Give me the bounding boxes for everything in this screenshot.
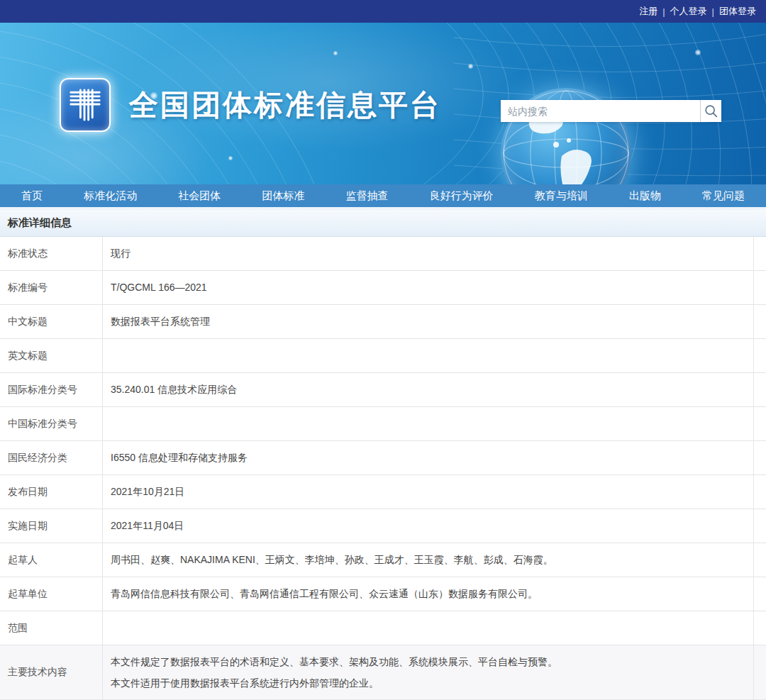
table-row: 标准状态 现行 bbox=[0, 237, 766, 271]
row-label: 标准编号 bbox=[0, 271, 103, 304]
row-value bbox=[103, 339, 766, 372]
personal-login-link[interactable]: 个人登录 bbox=[670, 5, 707, 18]
table-row: 实施日期 2021年11月04日 bbox=[0, 509, 766, 543]
row-value: 数据报表平台系统管理 bbox=[103, 305, 766, 338]
row-value: 35.240.01 信息技术应用综合 bbox=[103, 373, 766, 406]
sparkle bbox=[695, 50, 701, 55]
table-row: 发布日期 2021年10月21日 bbox=[0, 475, 766, 509]
row-value: 现行 bbox=[103, 237, 766, 270]
row-label: 中国标准分类号 bbox=[0, 407, 103, 440]
row-value: 周书田、赵爽、NAKAJIMA KENI、王炳文、李培坤、孙政、王成才、王玉霞、… bbox=[103, 543, 766, 577]
nav-item-8[interactable]: 常见问题 bbox=[702, 189, 745, 203]
search-button[interactable] bbox=[700, 100, 721, 122]
sparkle bbox=[333, 51, 338, 55]
row-label: 英文标题 bbox=[0, 339, 103, 372]
row-label: 标准状态 bbox=[0, 237, 103, 270]
row-label: 发布日期 bbox=[0, 475, 103, 509]
detail-table: 标准状态 现行 标准编号 T/QGCML 166—2021 中文标题 数据报表平… bbox=[0, 237, 766, 700]
nav-item-6[interactable]: 教育与培训 bbox=[535, 189, 588, 203]
site-title: 全国团体标准信息平台 bbox=[129, 86, 441, 125]
row-value: 青岛网信信息科技有限公司、青岛网信通信工程有限公司、众云速通（山东）数据服务有限… bbox=[103, 577, 766, 611]
row-value: 本文件规定了数据报表平台的术语和定义、基本要求、架构及功能、系统模块展示、平台自… bbox=[103, 645, 766, 699]
row-value: I6550 信息处理和存储支持服务 bbox=[103, 441, 766, 474]
topbar-separator: | bbox=[662, 6, 665, 17]
row-label: 中文标题 bbox=[0, 305, 103, 338]
table-row: 起草人 周书田、赵爽、NAKAJIMA KENI、王炳文、李培坤、孙政、王成才、… bbox=[0, 543, 766, 577]
nav-item-5[interactable]: 良好行为评价 bbox=[430, 189, 494, 203]
row-label: 主要技术内容 bbox=[0, 645, 103, 699]
row-value bbox=[103, 611, 766, 645]
sparkle bbox=[228, 156, 233, 160]
table-row: 英文标题 bbox=[0, 339, 766, 373]
table-row: 中文标题 数据报表平台系统管理 bbox=[0, 305, 766, 339]
row-label: 起草人 bbox=[0, 543, 103, 577]
row-label: 范围 bbox=[0, 611, 103, 645]
group-login-link[interactable]: 团体登录 bbox=[719, 5, 756, 18]
table-row: 范围 bbox=[0, 611, 766, 645]
row-value: 2021年10月21日 bbox=[103, 475, 766, 509]
nav-item-1[interactable]: 标准化活动 bbox=[84, 189, 137, 203]
platform-logo-icon bbox=[60, 78, 111, 132]
site-search bbox=[501, 100, 721, 122]
brand: 全国团体标准信息平台 bbox=[60, 78, 441, 132]
table-row: 起草单位 青岛网信信息科技有限公司、青岛网信通信工程有限公司、众云速通（山东）数… bbox=[0, 577, 766, 611]
site-banner: 全国团体标准信息平台 bbox=[0, 23, 766, 184]
nav-item-7[interactable]: 出版物 bbox=[629, 189, 661, 203]
page-title: 标准详细信息 bbox=[0, 210, 766, 237]
nav-item-2[interactable]: 社会团体 bbox=[178, 189, 221, 203]
row-label: 国际标准分类号 bbox=[0, 373, 103, 406]
search-input[interactable] bbox=[501, 100, 700, 122]
topbar: 注册 | 个人登录 | 团体登录 bbox=[0, 0, 766, 23]
sparkle bbox=[468, 64, 473, 69]
row-value: 2021年11月04日 bbox=[103, 509, 766, 543]
table-row: 标准编号 T/QGCML 166—2021 bbox=[0, 271, 766, 305]
row-value: T/QGCML 166—2021 bbox=[103, 271, 766, 304]
row-value bbox=[103, 407, 766, 440]
table-row: 中国标准分类号 bbox=[0, 407, 766, 441]
nav-item-3[interactable]: 团体标准 bbox=[262, 189, 304, 203]
topbar-separator: | bbox=[712, 6, 714, 17]
table-row: 主要技术内容 本文件规定了数据报表平台的术语和定义、基本要求、架构及功能、系统模… bbox=[0, 645, 766, 700]
nav-item-4[interactable]: 监督抽查 bbox=[346, 189, 389, 203]
register-link[interactable]: 注册 bbox=[639, 5, 657, 18]
row-label: 国民经济分类 bbox=[0, 441, 103, 474]
table-row: 国际标准分类号 35.240.01 信息技术应用综合 bbox=[0, 373, 766, 407]
main-nav: 首页标准化活动社会团体团体标准监督抽查良好行为评价教育与培训出版物常见问题 bbox=[0, 184, 766, 207]
row-label: 实施日期 bbox=[0, 509, 103, 543]
row-label: 起草单位 bbox=[0, 577, 103, 611]
table-row: 国民经济分类 I6550 信息处理和存储支持服务 bbox=[0, 441, 766, 475]
nav-item-0[interactable]: 首页 bbox=[21, 189, 43, 203]
search-icon bbox=[704, 104, 718, 118]
